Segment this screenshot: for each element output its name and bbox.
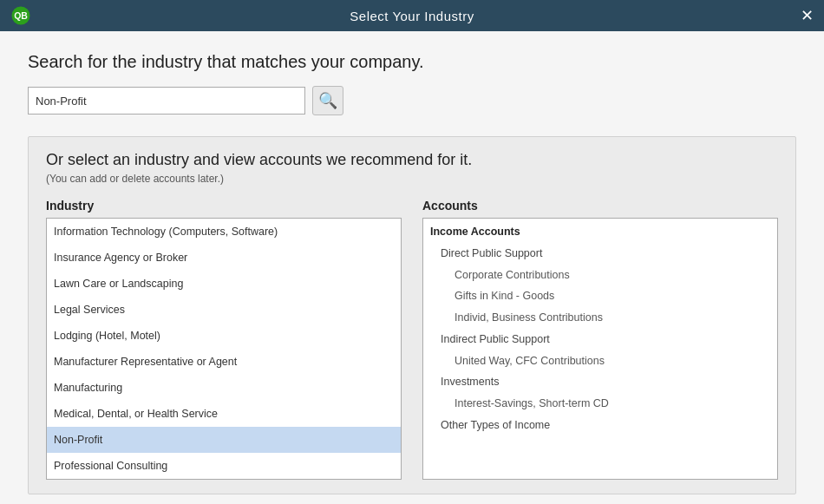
- title-bar-left: QB: [10, 5, 31, 26]
- industry-list-item[interactable]: Medical, Dental, or Health Service: [47, 401, 401, 427]
- accounts-column: Accounts Income AccountsDirect Public Su…: [422, 199, 778, 480]
- qb-logo-icon: QB: [10, 5, 31, 26]
- title-bar: QB Select Your Industry ✕: [0, 0, 824, 31]
- dialog: QB Select Your Industry ✕ Search for the…: [0, 0, 824, 504]
- accounts-sub-item: Indirect Public Support: [423, 329, 777, 350]
- accounts-sub-sub-item: Corporate Contributions: [423, 265, 777, 286]
- accounts-sub-sub-item: Gifts in Kind - Goods: [423, 285, 777, 307]
- dialog-title: Select Your Industry: [350, 9, 474, 23]
- industry-list[interactable]: Information Technology (Computers, Softw…: [46, 218, 402, 480]
- accounts-group-header: Income Accounts: [423, 219, 777, 243]
- industry-list-item[interactable]: Manufacturing: [47, 375, 401, 401]
- select-panel-heading: Or select an industry and view accounts …: [46, 151, 778, 169]
- accounts-sub-sub-item: Interest-Savings, Short-term CD: [423, 393, 777, 415]
- search-icon: 🔍: [318, 91, 337, 110]
- accounts-sub-item: Direct Public Support: [423, 243, 777, 265]
- industry-list-item[interactable]: Manufacturer Representative or Agent: [47, 349, 401, 375]
- columns-row: Industry Information Technology (Compute…: [46, 199, 778, 480]
- accounts-list: Income AccountsDirect Public SupportCorp…: [422, 218, 778, 480]
- industry-list-item[interactable]: Non-Profit: [47, 427, 401, 453]
- accounts-sub-item: Investments: [423, 371, 777, 393]
- select-panel: Or select an industry and view accounts …: [28, 136, 796, 494]
- search-input[interactable]: [28, 87, 305, 115]
- industry-list-item[interactable]: Legal Services: [47, 297, 401, 323]
- dialog-body: Search for the industry that matches you…: [0, 31, 824, 504]
- industry-column-header: Industry: [46, 199, 402, 213]
- industry-list-item[interactable]: Lawn Care or Landscaping: [47, 271, 401, 297]
- search-row: 🔍: [28, 86, 796, 115]
- industry-list-item[interactable]: Professional Consulting: [47, 453, 401, 479]
- accounts-sub-sub-item: United Way, CFC Contributions: [423, 350, 777, 372]
- search-button[interactable]: 🔍: [312, 86, 343, 115]
- accounts-column-header: Accounts: [422, 199, 778, 213]
- select-panel-subtext: (You can add or delete accounts later.): [46, 173, 778, 185]
- accounts-sub-item: Other Types of Income: [423, 415, 777, 436]
- search-heading: Search for the industry that matches you…: [28, 52, 796, 72]
- svg-text:QB: QB: [14, 10, 28, 21]
- industry-column: Industry Information Technology (Compute…: [46, 199, 402, 480]
- industry-list-item[interactable]: Lodging (Hotel, Motel): [47, 323, 401, 349]
- industry-list-item[interactable]: Information Technology (Computers, Softw…: [47, 219, 401, 245]
- accounts-sub-sub-item: Individ, Business Contributions: [423, 307, 777, 329]
- close-button[interactable]: ✕: [801, 8, 814, 23]
- industry-list-item[interactable]: Insurance Agency or Broker: [47, 245, 401, 271]
